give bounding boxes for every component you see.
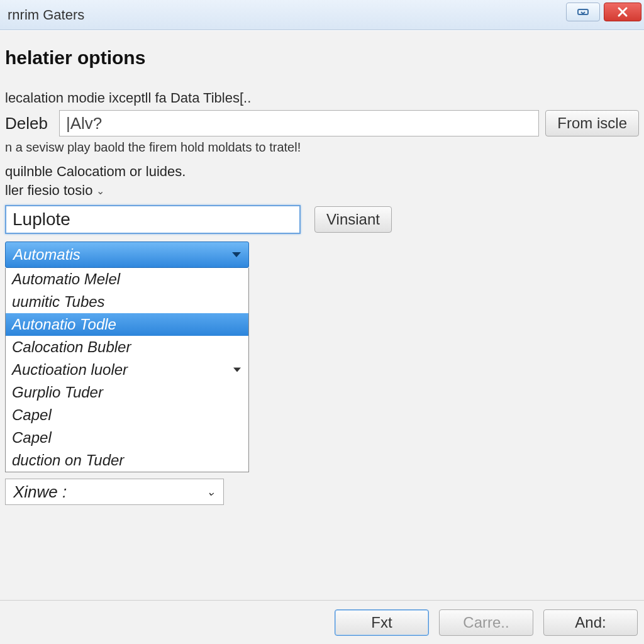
titlebar-buttons (566, 3, 644, 21)
section-label: quilnble Calocatiom or luides. (5, 164, 639, 180)
vinsiant-button[interactable]: Vinsiant (314, 206, 392, 233)
close-button[interactable] (604, 3, 641, 21)
combo-option[interactable]: Gurplio Tuder (6, 381, 248, 404)
combo-option[interactable]: Calocation Bubler (6, 336, 248, 358)
hint-text: n a sevisw play baold the firem hold mol… (5, 140, 639, 155)
luplote-row: Vinsiant (5, 205, 639, 234)
cancel-button[interactable]: Carre.. (439, 609, 533, 636)
combo-option[interactable]: Autonatio Todle (6, 313, 248, 336)
minimize-icon (576, 8, 590, 16)
chevron-down-icon: ⌄ (96, 185, 104, 197)
titlebar: rnrim Gaters (0, 0, 644, 30)
fxt-button[interactable]: Fxt (335, 609, 429, 636)
combo-option[interactable]: duction on Tuder (6, 449, 248, 472)
deleb-label: Deleb (5, 114, 53, 133)
minimize-button[interactable] (566, 3, 600, 21)
dialog-panel: helatier options lecalation modie ixcept… (0, 30, 644, 644)
combo-selected-label: Automatis (13, 246, 80, 264)
combo-option[interactable]: Automatio Melel (6, 268, 248, 291)
mode-description: lecalation modie ixceptll fa Data Tibles… (5, 90, 639, 106)
close-icon (616, 6, 629, 18)
window-title: rnrim Gaters (5, 7, 84, 23)
from-iscle-button[interactable]: From iscle (545, 110, 639, 136)
automatis-combo: Automatis Automatio Meleluumitic TubesAu… (5, 242, 249, 472)
and-button[interactable]: And: (543, 609, 638, 636)
chevron-down-icon (233, 368, 241, 372)
combo-option[interactable]: Capel (6, 404, 248, 426)
deleb-row: Deleb From iscle (5, 110, 639, 136)
combo-option[interactable]: uumitic Tubes (6, 291, 248, 313)
luplote-input[interactable] (5, 205, 301, 234)
inline-dropdown[interactable]: ller fiesio tosio ⌄ (5, 182, 104, 199)
combo-option[interactable]: Capel (6, 426, 248, 449)
inline-dropdown-label: ller fiesio tosio (5, 182, 92, 199)
xinwe-label: Xinwe : (13, 482, 67, 502)
combo-selected[interactable]: Automatis (5, 242, 249, 268)
dialog-heading: helatier options (5, 47, 639, 69)
chevron-down-icon (232, 252, 241, 257)
chevron-down-icon: ⌄ (206, 485, 216, 499)
xinwe-combo[interactable]: Xinwe : ⌄ (5, 479, 224, 505)
dialog-footer: Fxt Carre.. And: (0, 600, 644, 644)
combo-list: Automatio Meleluumitic TubesAutonatio To… (5, 268, 249, 472)
deleb-input[interactable] (59, 110, 539, 136)
combo-option[interactable]: Auctioation luoler (6, 358, 248, 381)
